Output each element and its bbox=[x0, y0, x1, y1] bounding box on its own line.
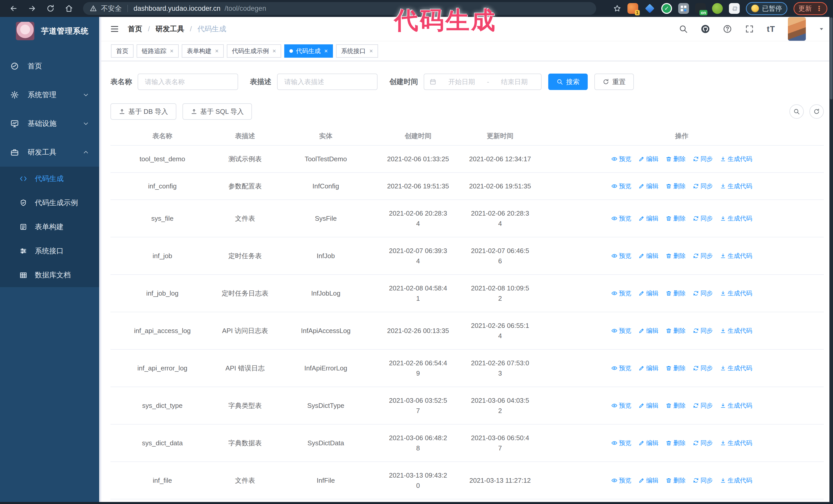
sidebar-item-基础设施[interactable]: 基础设施 bbox=[0, 109, 99, 138]
action-删除[interactable]: 删除 bbox=[666, 154, 686, 164]
close-icon[interactable]: × bbox=[324, 47, 328, 55]
github-icon[interactable] bbox=[701, 24, 710, 33]
tab-系统接口[interactable]: 系统接口× bbox=[336, 44, 378, 58]
browser-update-button[interactable]: 更新 bbox=[793, 2, 827, 15]
action-生成代码[interactable]: 生成代码 bbox=[720, 326, 752, 336]
extension-icon-check[interactable]: ✓ bbox=[661, 3, 672, 14]
font-size-icon[interactable]: tT bbox=[767, 24, 775, 34]
action-同步[interactable]: 同步 bbox=[693, 154, 713, 164]
toggle-search-button[interactable] bbox=[789, 104, 804, 119]
action-删除[interactable]: 删除 bbox=[666, 363, 686, 373]
extension-icon-dark[interactable]: on bbox=[695, 3, 706, 14]
action-预览[interactable]: 预览 bbox=[611, 251, 631, 261]
action-预览[interactable]: 预览 bbox=[611, 401, 631, 411]
action-预览[interactable]: 预览 bbox=[611, 154, 631, 164]
avatar-dropdown-caret-icon[interactable] bbox=[819, 26, 824, 32]
action-编辑[interactable]: 编辑 bbox=[639, 475, 659, 485]
action-删除[interactable]: 删除 bbox=[666, 438, 686, 448]
action-生成代码[interactable]: 生成代码 bbox=[720, 438, 752, 448]
action-预览[interactable]: 预览 bbox=[611, 288, 631, 298]
action-编辑[interactable]: 编辑 bbox=[639, 401, 659, 411]
action-删除[interactable]: 删除 bbox=[666, 475, 686, 485]
action-同步[interactable]: 同步 bbox=[693, 181, 713, 191]
browser-forward-icon[interactable] bbox=[24, 2, 40, 15]
action-删除[interactable]: 删除 bbox=[666, 401, 686, 411]
search-button[interactable]: 搜索 bbox=[548, 74, 588, 90]
action-生成代码[interactable]: 生成代码 bbox=[720, 251, 752, 261]
action-编辑[interactable]: 编辑 bbox=[639, 154, 659, 164]
fullscreen-icon[interactable] bbox=[745, 24, 754, 33]
sidebar-subitem-系统接口[interactable]: 系统接口 bbox=[0, 239, 99, 263]
action-删除[interactable]: 删除 bbox=[666, 181, 686, 191]
action-生成代码[interactable]: 生成代码 bbox=[720, 401, 752, 411]
table-desc-input[interactable] bbox=[277, 74, 378, 90]
extension-icon-grid[interactable] bbox=[678, 3, 689, 14]
action-同步[interactable]: 同步 bbox=[693, 438, 713, 448]
action-生成代码[interactable]: 生成代码 bbox=[720, 181, 752, 191]
action-预览[interactable]: 预览 bbox=[611, 475, 631, 485]
close-icon[interactable]: × bbox=[272, 47, 276, 55]
action-预览[interactable]: 预览 bbox=[611, 363, 631, 373]
close-icon[interactable]: × bbox=[369, 47, 373, 55]
scrollbar-thumb[interactable] bbox=[830, 18, 832, 99]
action-编辑[interactable]: 编辑 bbox=[639, 288, 659, 298]
close-icon[interactable]: × bbox=[215, 47, 219, 55]
create-time-range-picker[interactable]: 开始日期 - 结束日期 bbox=[424, 74, 542, 90]
refresh-table-button[interactable] bbox=[809, 104, 824, 119]
action-同步[interactable]: 同步 bbox=[693, 251, 713, 261]
extension-icon-green[interactable] bbox=[712, 3, 723, 14]
sidebar-item-首页[interactable]: 首页 bbox=[0, 52, 99, 80]
user-avatar[interactable] bbox=[788, 17, 806, 41]
kebab-menu-icon[interactable] bbox=[816, 5, 823, 12]
tab-表单构建[interactable]: 表单构建× bbox=[182, 44, 224, 58]
action-编辑[interactable]: 编辑 bbox=[639, 326, 659, 336]
extension-icon-gem[interactable] bbox=[644, 3, 655, 14]
tab-首页[interactable]: 首页 bbox=[111, 44, 134, 58]
browser-back-icon[interactable] bbox=[6, 2, 22, 15]
action-生成代码[interactable]: 生成代码 bbox=[720, 363, 752, 373]
sidebar-subitem-表单构建[interactable]: 表单构建 bbox=[0, 215, 99, 239]
table-name-input[interactable] bbox=[138, 74, 238, 90]
action-编辑[interactable]: 编辑 bbox=[639, 363, 659, 373]
action-编辑[interactable]: 编辑 bbox=[639, 438, 659, 448]
action-删除[interactable]: 删除 bbox=[666, 251, 686, 261]
action-预览[interactable]: 预览 bbox=[611, 181, 631, 191]
sidebar-item-研发工具[interactable]: 研发工具 bbox=[0, 138, 99, 167]
tab-链路追踪[interactable]: 链路追踪× bbox=[137, 44, 178, 58]
browser-home-icon[interactable] bbox=[61, 2, 77, 15]
address-bar[interactable]: 不安全 dashboard.yudao.iocoder.cn/tool/code… bbox=[83, 2, 596, 15]
tab-代码生成示例[interactable]: 代码生成示例× bbox=[227, 44, 281, 58]
action-预览[interactable]: 预览 bbox=[611, 213, 631, 223]
action-同步[interactable]: 同步 bbox=[693, 401, 713, 411]
window-scrollbar[interactable] bbox=[829, 17, 833, 502]
action-删除[interactable]: 删除 bbox=[666, 326, 686, 336]
reset-button[interactable]: 重置 bbox=[594, 74, 634, 90]
breadcrumb-item[interactable]: 研发工具 bbox=[156, 24, 184, 34]
browser-reload-icon[interactable] bbox=[43, 2, 58, 15]
header-search-icon[interactable] bbox=[679, 24, 688, 33]
action-删除[interactable]: 删除 bbox=[666, 288, 686, 298]
action-编辑[interactable]: 编辑 bbox=[639, 251, 659, 261]
action-同步[interactable]: 同步 bbox=[693, 326, 713, 336]
extension-icon-orange[interactable]: 1 bbox=[627, 3, 638, 14]
action-编辑[interactable]: 编辑 bbox=[639, 181, 659, 191]
extensions-puzzle-icon[interactable]: ⧉ bbox=[729, 3, 740, 14]
profile-paused-badge[interactable]: 已暂停 bbox=[746, 2, 787, 15]
action-同步[interactable]: 同步 bbox=[693, 288, 713, 298]
tab-代码生成[interactable]: 代码生成× bbox=[284, 44, 333, 58]
sidebar-subitem-数据库文档[interactable]: 数据库文档 bbox=[0, 263, 99, 287]
action-生成代码[interactable]: 生成代码 bbox=[720, 154, 752, 164]
sidebar-subitem-代码生成[interactable]: 代码生成 bbox=[0, 167, 99, 191]
import-db-button[interactable]: 基于 DB 导入 bbox=[111, 103, 176, 120]
sidebar-subitem-代码生成示例[interactable]: 代码生成示例 bbox=[0, 191, 99, 215]
bookmark-star-icon[interactable] bbox=[613, 4, 621, 13]
close-icon[interactable]: × bbox=[170, 47, 173, 55]
breadcrumb-item[interactable]: 首页 bbox=[128, 24, 142, 34]
hamburger-icon[interactable] bbox=[110, 24, 119, 33]
action-预览[interactable]: 预览 bbox=[611, 326, 631, 336]
action-预览[interactable]: 预览 bbox=[611, 438, 631, 448]
sidebar-item-系统管理[interactable]: 系统管理 bbox=[0, 80, 99, 109]
action-同步[interactable]: 同步 bbox=[693, 213, 713, 223]
help-icon[interactable] bbox=[723, 24, 732, 33]
action-生成代码[interactable]: 生成代码 bbox=[720, 288, 752, 298]
